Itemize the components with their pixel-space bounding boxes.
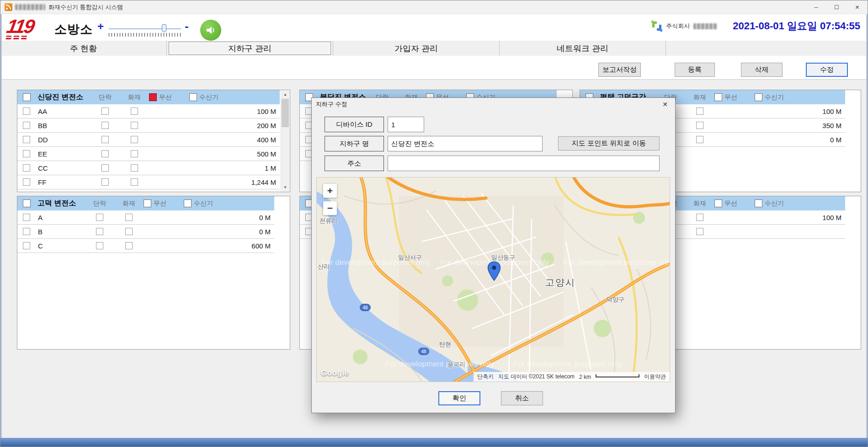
panel-title: 고덕 변전소: [36, 199, 85, 208]
route-48-shield: 48: [418, 348, 429, 355]
map-zoom-in-button[interactable]: +: [323, 184, 337, 198]
dialog-title-bar[interactable]: 지하구 수정 ✕: [312, 98, 675, 111]
underground-name-label: 지하구 명: [325, 136, 384, 151]
window-left-edge: [0, 14, 2, 447]
wireless-alert-indicator[interactable]: [149, 93, 157, 101]
map-watermark: For development purposes only: [513, 360, 622, 369]
map-zoom-out-button[interactable]: −: [323, 201, 337, 215]
volume-up-button[interactable]: +: [97, 20, 104, 33]
device-id-input[interactable]: 1: [388, 117, 424, 132]
receiver-checkbox[interactable]: [184, 199, 192, 207]
table-row[interactable]: A0 M: [17, 210, 274, 225]
receiver-checkbox[interactable]: [755, 199, 762, 207]
row-checkbox[interactable]: [23, 136, 30, 143]
table-row[interactable]: EE500 M: [17, 147, 280, 161]
address-label: 주소: [325, 156, 384, 171]
speaker-icon: [205, 25, 216, 36]
table-row[interactable]: B0 M: [17, 225, 274, 239]
row-checkbox[interactable]: [23, 242, 30, 249]
select-all-checkbox[interactable]: [23, 199, 31, 207]
underground-edit-dialog: 지하구 수정 ✕ 디바이스 ID 1 지하구 명 신당진 변전소 지도 포인트 …: [311, 97, 676, 413]
title-bar: 화재수신기 통합감시 시스템 ─ ☐ ✕: [0, 0, 868, 14]
google-logo: Google: [321, 369, 349, 378]
row-checkbox[interactable]: [23, 108, 30, 115]
app-icon: [5, 3, 12, 11]
map-scale-label: 2 km: [579, 374, 591, 380]
map-label: 일산동구: [491, 253, 515, 262]
volume-slider-ticks: [109, 33, 181, 37]
app-window: 화재수신기 통합감시 시스템 ─ ☐ ✕ 119 소방소 + -: [0, 0, 868, 447]
close-button[interactable]: ✕: [847, 0, 868, 14]
table-row[interactable]: CC1 M: [17, 161, 280, 175]
wireless-checkbox[interactable]: [714, 199, 722, 207]
row-checkbox[interactable]: [23, 150, 30, 157]
redacted-company-name: [693, 23, 717, 29]
table-row[interactable]: DD400 M: [17, 133, 280, 147]
tab-network-management[interactable]: 네트워크 관리: [500, 41, 666, 56]
tab-main-status[interactable]: 주 현황: [0, 41, 167, 56]
table-row[interactable]: C600 M: [17, 239, 274, 253]
col-wireless: 무선: [159, 93, 172, 102]
map-scale-bar: [596, 374, 639, 377]
row-checkbox[interactable]: [23, 178, 30, 186]
table-row[interactable]: FF1,244 M: [17, 175, 280, 189]
panel-godeok: 고덕 변전소 단락 화재 무선 수신기 A0 M B0 M C600 M: [17, 196, 290, 350]
minimize-button[interactable]: ─: [806, 0, 826, 14]
address-input[interactable]: [388, 156, 660, 171]
edit-button[interactable]: 수정: [806, 63, 848, 77]
table-row[interactable]: BB200 M: [17, 118, 280, 133]
cancel-button[interactable]: 취소: [501, 391, 543, 405]
tab-underground-management[interactable]: 지하구 관리: [167, 41, 333, 56]
toolbar: 보고서작성 등록 삭제 수정: [0, 56, 868, 79]
row-checkbox[interactable]: [23, 228, 30, 235]
receiver-checkbox[interactable]: [755, 93, 762, 101]
delete-button[interactable]: 삭제: [741, 63, 783, 77]
station-label: 소방소: [54, 21, 93, 38]
scroll-up-arrow[interactable]: ▲: [281, 91, 289, 98]
device-id-label: 디바이스 ID: [325, 117, 384, 132]
volume-slider-thumb[interactable]: [162, 24, 166, 32]
wireless-checkbox[interactable]: [714, 93, 722, 101]
speaker-button[interactable]: [200, 20, 221, 41]
company-prefix: 주식회사: [666, 22, 690, 30]
volume-slider[interactable]: [109, 28, 181, 29]
panel-title: 신당진 변전소: [36, 92, 91, 102]
map-label-city: 고양시: [545, 276, 575, 289]
row-checkbox[interactable]: [23, 214, 30, 221]
table-row[interactable]: AA100 M: [17, 104, 280, 118]
dialog-close-button[interactable]: ✕: [656, 98, 674, 111]
wireless-checkbox[interactable]: [144, 199, 151, 207]
volume-down-button[interactable]: -: [185, 19, 189, 33]
report-button[interactable]: 보고서작성: [598, 63, 641, 77]
move-to-map-point-button[interactable]: 지도 포인트 위치로 이동: [558, 136, 660, 151]
map-attribution: 단축키 지도 데이터 ©2021 SK telecom 2 km 이용약관: [474, 372, 670, 382]
map-label: 덕양구: [607, 296, 624, 304]
map-marker-pin[interactable]: [487, 261, 501, 281]
receiver-checkbox[interactable]: [189, 93, 197, 101]
app-header: 119 소방소 + - 주식회사 2021-08-01 일요일 07:54:55: [0, 15, 868, 41]
maximize-button[interactable]: ☐: [826, 0, 847, 14]
select-all-checkbox[interactable]: [23, 93, 31, 101]
vertical-scrollbar[interactable]: ▲ ▼: [281, 91, 289, 191]
scrollbar-thumb[interactable]: [282, 99, 289, 127]
map-data-credit: 지도 데이터 ©2021 SK telecom: [498, 373, 575, 381]
col-receiver: 수신기: [199, 93, 218, 102]
tab-subscriber-management[interactable]: 가입자 관리: [333, 41, 500, 56]
map-watermark: For development purposes only: [385, 360, 494, 369]
ok-button[interactable]: 확인: [438, 391, 480, 405]
logo-119: 119: [5, 16, 35, 38]
underground-name-input[interactable]: 신당진 변전소: [388, 136, 543, 151]
map-terms-link[interactable]: 이용약관: [644, 373, 666, 381]
scroll-down-arrow[interactable]: ▼: [281, 183, 289, 191]
map-label: 풍곡리: [447, 361, 465, 369]
window-right-edge: [866, 14, 868, 447]
window-bottom-strip: [0, 438, 868, 447]
map-label: 전류리: [320, 217, 337, 225]
register-button[interactable]: 등록: [675, 63, 715, 77]
row-checkbox[interactable]: [23, 122, 30, 129]
row-checkbox[interactable]: [23, 164, 30, 172]
map-canvas[interactable]: For development purposes only For develo…: [316, 177, 670, 382]
map-label: 탄현: [439, 340, 451, 349]
col-short-circuit: 단락: [91, 93, 120, 102]
map-shortcut-link[interactable]: 단축키: [477, 373, 494, 381]
